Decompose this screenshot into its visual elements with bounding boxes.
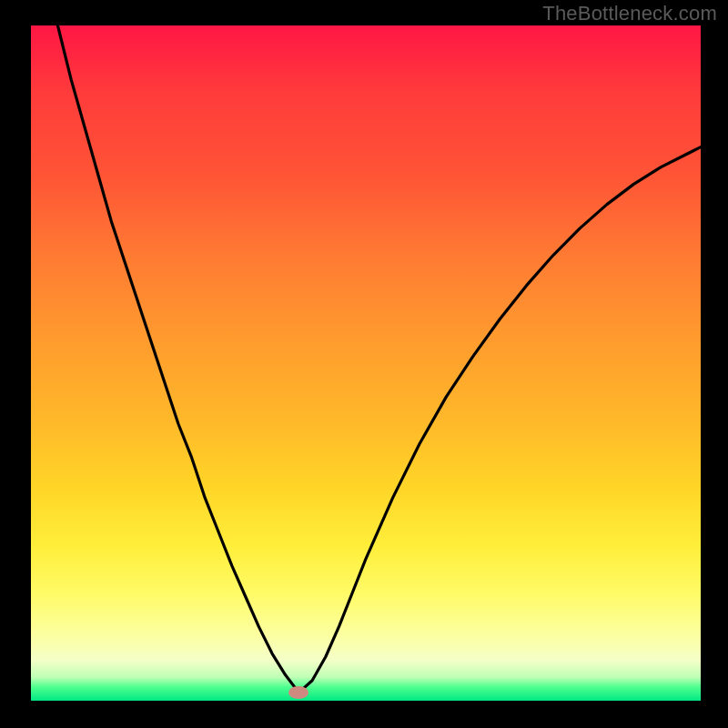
plot-area: [31, 25, 701, 701]
bottleneck-curve: [31, 25, 701, 701]
chart-frame: TheBottleneck.com: [0, 0, 728, 728]
watermark-text: TheBottleneck.com: [542, 2, 717, 25]
optimal-point-marker: [288, 686, 308, 699]
